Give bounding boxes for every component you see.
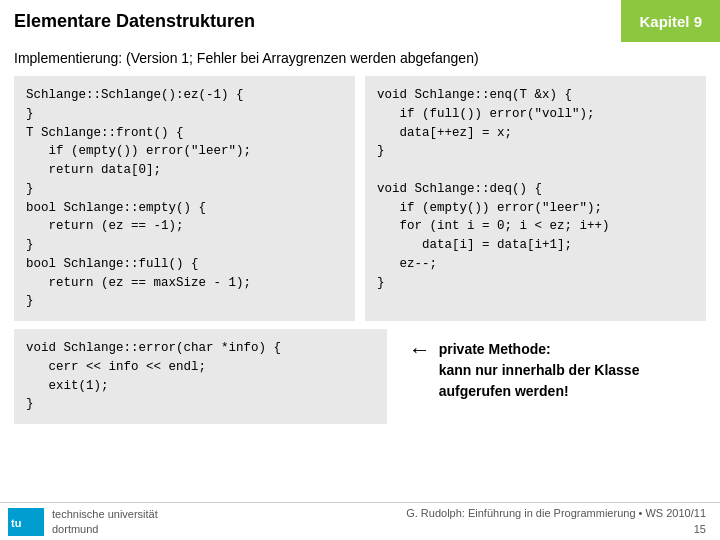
bottom-code-area: void Schlange::error(char *info) { cerr … <box>0 321 720 424</box>
code-bottom-text: void Schlange::error(char *info) { cerr … <box>26 341 281 411</box>
footer: tu technische universität dortmund G. Ru… <box>0 502 720 540</box>
annotation-text: private Methode: kann nur innerhalb der … <box>439 339 640 402</box>
top-code-area: Schlange::Schlange():ez(-1) { } T Schlan… <box>0 76 720 321</box>
tu-logo-icon: tu <box>8 508 44 536</box>
header: Elementare Datenstrukturen Kapitel 9 <box>0 0 720 42</box>
arrow-annotation: ← private Methode: kann nur innerhalb de… <box>397 329 706 424</box>
page-title: Elementare Datenstrukturen <box>0 11 621 32</box>
footer-institute: technische universität dortmund <box>52 507 158 536</box>
annotation-line3: aufgerufen werden! <box>439 381 640 402</box>
annotation-line2: kann nur innerhalb der Klasse <box>439 360 640 381</box>
subtitle: Implementierung: (Version 1; Fehler bei … <box>0 42 720 76</box>
arrow-icon: ← <box>409 337 431 363</box>
svg-text:tu: tu <box>11 517 21 529</box>
footer-inst-line1: technische universität <box>52 507 158 521</box>
code-block-bottom: void Schlange::error(char *info) { cerr … <box>14 329 387 424</box>
arrow-label-container: ← private Methode: kann nur innerhalb de… <box>409 339 640 402</box>
code-block-left: Schlange::Schlange():ez(-1) { } T Schlan… <box>14 76 355 321</box>
footer-credit: G. Rudolph: Einführung in die Programmie… <box>406 506 706 521</box>
footer-page: 15 <box>406 522 706 537</box>
annotation-line1: private Methode: <box>439 339 640 360</box>
footer-left: tu technische universität dortmund <box>8 507 158 536</box>
code-block-right: void Schlange::enq(T &x) { if (full()) e… <box>365 76 706 321</box>
footer-right: G. Rudolph: Einführung in die Programmie… <box>406 506 706 537</box>
footer-inst-line2: dortmund <box>52 522 158 536</box>
chapter-badge: Kapitel 9 <box>621 0 720 42</box>
